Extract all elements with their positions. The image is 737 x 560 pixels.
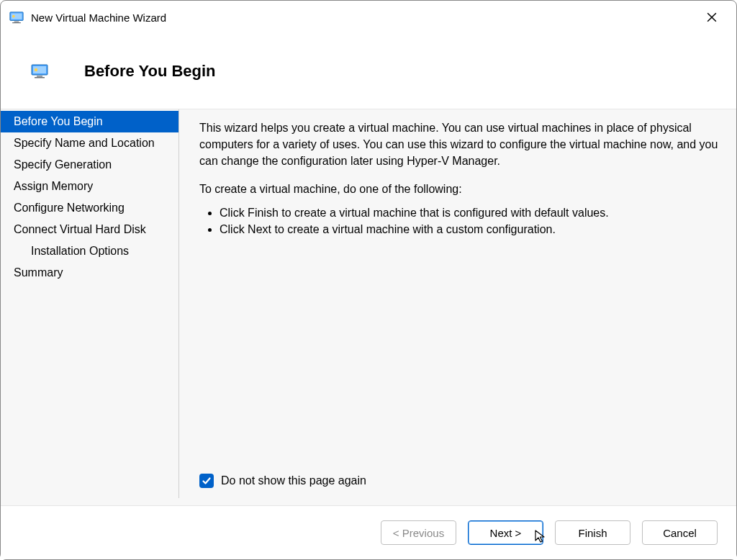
step-label: Connect Virtual Hard Disk [14, 223, 146, 235]
dont-show-checkbox[interactable]: Do not show this page again [199, 474, 719, 488]
step-list: Before You BeginSpecify Name and Locatio… [1, 109, 179, 498]
svg-point-7 [35, 68, 37, 71]
bullet-item: Click Finish to create a virtual machine… [220, 204, 719, 221]
step-label: Installation Options [31, 245, 129, 257]
svg-rect-3 [14, 21, 19, 22]
step-label: Summary [14, 266, 63, 279]
page-title: Before You Begin [84, 62, 216, 81]
step-item[interactable]: Specify Name and Location [1, 132, 178, 154]
cancel-button[interactable]: Cancel [642, 520, 718, 545]
next-button[interactable]: Next > [468, 520, 543, 545]
wizard-icon [31, 64, 48, 78]
content-pane: This wizard helps you create a virtual m… [179, 109, 736, 505]
svg-rect-4 [12, 22, 21, 23]
button-bar: < Previous Next > Finish Cancel [1, 506, 736, 559]
checkbox-box [199, 474, 214, 488]
svg-point-2 [12, 15, 15, 18]
app-icon [9, 12, 24, 23]
lead-text: To create a virtual machine, do one of t… [199, 183, 719, 196]
step-label: Configure Networking [14, 202, 125, 214]
step-label: Before You Begin [14, 115, 103, 127]
step-item[interactable]: Specify Generation [1, 154, 178, 176]
intro-text: This wizard helps you create a virtual m… [199, 119, 719, 170]
step-item[interactable]: Assign Memory [1, 176, 178, 197]
checkmark-icon [202, 476, 212, 486]
titlebar: New Virtual Machine Wizard [1, 1, 736, 34]
finish-button[interactable]: Finish [555, 520, 630, 545]
step-item[interactable]: Connect Virtual Hard Disk [1, 219, 178, 240]
previous-button: < Previous [381, 520, 456, 545]
step-label: Specify Name and Location [14, 137, 155, 149]
step-label: Specify Generation [14, 158, 112, 171]
step-item[interactable]: Configure Networking [1, 197, 178, 219]
svg-rect-9 [35, 77, 45, 78]
window-title: New Virtual Machine Wizard [31, 12, 166, 24]
step-item[interactable]: Before You Begin [1, 111, 178, 132]
step-item[interactable]: Summary [1, 262, 178, 284]
bullet-item: Click Next to create a virtual machine w… [220, 221, 719, 238]
step-item[interactable]: Installation Options [1, 240, 178, 262]
step-label: Assign Memory [14, 180, 93, 192]
close-button[interactable] [696, 6, 728, 28]
bullet-list: Click Finish to create a virtual machine… [199, 204, 719, 238]
svg-rect-8 [37, 76, 42, 77]
wizard-window: New Virtual Machine Wizard Before You Be… [0, 0, 737, 560]
close-icon [707, 12, 717, 22]
wizard-body: Before You BeginSpecify Name and Locatio… [1, 109, 736, 506]
wizard-header: Before You Begin [1, 34, 736, 109]
dont-show-label: Do not show this page again [221, 474, 366, 487]
